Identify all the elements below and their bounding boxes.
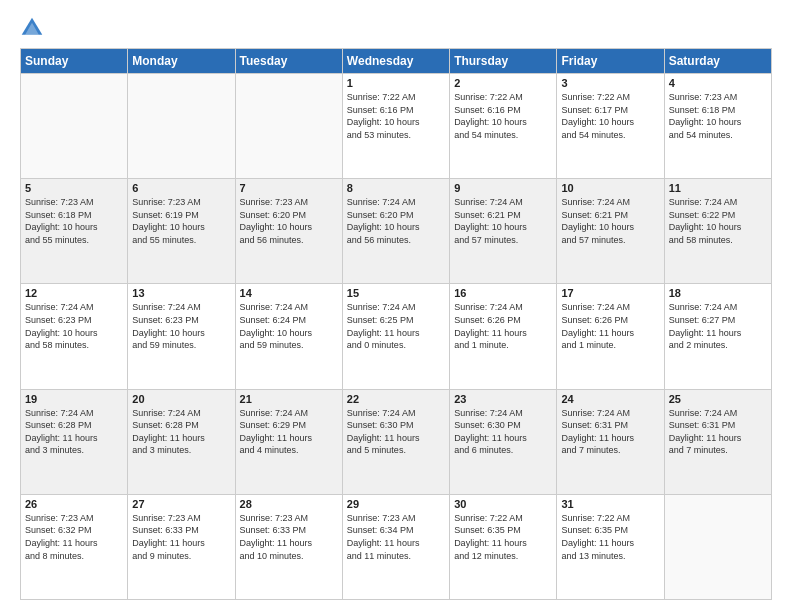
table-row: 30Sunrise: 7:22 AM Sunset: 6:35 PM Dayli… — [450, 494, 557, 599]
day-info: Sunrise: 7:24 AM Sunset: 6:20 PM Dayligh… — [347, 196, 445, 246]
day-number: 19 — [25, 393, 123, 405]
table-row: 28Sunrise: 7:23 AM Sunset: 6:33 PM Dayli… — [235, 494, 342, 599]
table-row: 26Sunrise: 7:23 AM Sunset: 6:32 PM Dayli… — [21, 494, 128, 599]
weekday-header-monday: Monday — [128, 49, 235, 74]
weekday-header-saturday: Saturday — [664, 49, 771, 74]
table-row: 23Sunrise: 7:24 AM Sunset: 6:30 PM Dayli… — [450, 389, 557, 494]
table-row: 7Sunrise: 7:23 AM Sunset: 6:20 PM Daylig… — [235, 179, 342, 284]
table-row: 21Sunrise: 7:24 AM Sunset: 6:29 PM Dayli… — [235, 389, 342, 494]
table-row: 2Sunrise: 7:22 AM Sunset: 6:16 PM Daylig… — [450, 74, 557, 179]
day-number: 31 — [561, 498, 659, 510]
weekday-header-wednesday: Wednesday — [342, 49, 449, 74]
logo-icon — [20, 16, 44, 40]
table-row: 29Sunrise: 7:23 AM Sunset: 6:34 PM Dayli… — [342, 494, 449, 599]
table-row — [235, 74, 342, 179]
day-info: Sunrise: 7:23 AM Sunset: 6:20 PM Dayligh… — [240, 196, 338, 246]
day-number: 23 — [454, 393, 552, 405]
day-info: Sunrise: 7:22 AM Sunset: 6:16 PM Dayligh… — [454, 91, 552, 141]
day-number: 14 — [240, 287, 338, 299]
day-info: Sunrise: 7:24 AM Sunset: 6:28 PM Dayligh… — [132, 407, 230, 457]
table-row: 25Sunrise: 7:24 AM Sunset: 6:31 PM Dayli… — [664, 389, 771, 494]
header — [20, 16, 772, 40]
day-info: Sunrise: 7:22 AM Sunset: 6:35 PM Dayligh… — [561, 512, 659, 562]
page: SundayMondayTuesdayWednesdayThursdayFrid… — [0, 0, 792, 612]
table-row: 22Sunrise: 7:24 AM Sunset: 6:30 PM Dayli… — [342, 389, 449, 494]
day-info: Sunrise: 7:24 AM Sunset: 6:21 PM Dayligh… — [454, 196, 552, 246]
day-number: 7 — [240, 182, 338, 194]
calendar: SundayMondayTuesdayWednesdayThursdayFrid… — [20, 48, 772, 600]
day-number: 26 — [25, 498, 123, 510]
day-info: Sunrise: 7:23 AM Sunset: 6:32 PM Dayligh… — [25, 512, 123, 562]
day-number: 24 — [561, 393, 659, 405]
day-info: Sunrise: 7:24 AM Sunset: 6:27 PM Dayligh… — [669, 301, 767, 351]
weekday-header-thursday: Thursday — [450, 49, 557, 74]
table-row — [128, 74, 235, 179]
day-info: Sunrise: 7:22 AM Sunset: 6:17 PM Dayligh… — [561, 91, 659, 141]
table-row: 15Sunrise: 7:24 AM Sunset: 6:25 PM Dayli… — [342, 284, 449, 389]
table-row: 24Sunrise: 7:24 AM Sunset: 6:31 PM Dayli… — [557, 389, 664, 494]
day-info: Sunrise: 7:23 AM Sunset: 6:33 PM Dayligh… — [132, 512, 230, 562]
calendar-week-row: 5Sunrise: 7:23 AM Sunset: 6:18 PM Daylig… — [21, 179, 772, 284]
day-number: 1 — [347, 77, 445, 89]
day-number: 29 — [347, 498, 445, 510]
day-info: Sunrise: 7:24 AM Sunset: 6:26 PM Dayligh… — [454, 301, 552, 351]
table-row: 5Sunrise: 7:23 AM Sunset: 6:18 PM Daylig… — [21, 179, 128, 284]
calendar-week-row: 26Sunrise: 7:23 AM Sunset: 6:32 PM Dayli… — [21, 494, 772, 599]
day-number: 13 — [132, 287, 230, 299]
day-info: Sunrise: 7:24 AM Sunset: 6:23 PM Dayligh… — [132, 301, 230, 351]
day-number: 30 — [454, 498, 552, 510]
day-info: Sunrise: 7:24 AM Sunset: 6:24 PM Dayligh… — [240, 301, 338, 351]
table-row: 1Sunrise: 7:22 AM Sunset: 6:16 PM Daylig… — [342, 74, 449, 179]
day-number: 15 — [347, 287, 445, 299]
table-row: 9Sunrise: 7:24 AM Sunset: 6:21 PM Daylig… — [450, 179, 557, 284]
table-row: 16Sunrise: 7:24 AM Sunset: 6:26 PM Dayli… — [450, 284, 557, 389]
day-info: Sunrise: 7:22 AM Sunset: 6:16 PM Dayligh… — [347, 91, 445, 141]
day-info: Sunrise: 7:23 AM Sunset: 6:19 PM Dayligh… — [132, 196, 230, 246]
day-info: Sunrise: 7:24 AM Sunset: 6:28 PM Dayligh… — [25, 407, 123, 457]
day-number: 20 — [132, 393, 230, 405]
table-row: 31Sunrise: 7:22 AM Sunset: 6:35 PM Dayli… — [557, 494, 664, 599]
day-info: Sunrise: 7:24 AM Sunset: 6:22 PM Dayligh… — [669, 196, 767, 246]
day-number: 9 — [454, 182, 552, 194]
table-row: 17Sunrise: 7:24 AM Sunset: 6:26 PM Dayli… — [557, 284, 664, 389]
table-row: 6Sunrise: 7:23 AM Sunset: 6:19 PM Daylig… — [128, 179, 235, 284]
day-info: Sunrise: 7:24 AM Sunset: 6:29 PM Dayligh… — [240, 407, 338, 457]
calendar-week-row: 1Sunrise: 7:22 AM Sunset: 6:16 PM Daylig… — [21, 74, 772, 179]
day-number: 12 — [25, 287, 123, 299]
day-info: Sunrise: 7:23 AM Sunset: 6:34 PM Dayligh… — [347, 512, 445, 562]
table-row: 3Sunrise: 7:22 AM Sunset: 6:17 PM Daylig… — [557, 74, 664, 179]
table-row: 13Sunrise: 7:24 AM Sunset: 6:23 PM Dayli… — [128, 284, 235, 389]
day-number: 8 — [347, 182, 445, 194]
table-row: 8Sunrise: 7:24 AM Sunset: 6:20 PM Daylig… — [342, 179, 449, 284]
day-number: 17 — [561, 287, 659, 299]
table-row: 4Sunrise: 7:23 AM Sunset: 6:18 PM Daylig… — [664, 74, 771, 179]
day-number: 22 — [347, 393, 445, 405]
day-info: Sunrise: 7:24 AM Sunset: 6:31 PM Dayligh… — [669, 407, 767, 457]
weekday-header-sunday: Sunday — [21, 49, 128, 74]
day-info: Sunrise: 7:23 AM Sunset: 6:18 PM Dayligh… — [669, 91, 767, 141]
table-row: 27Sunrise: 7:23 AM Sunset: 6:33 PM Dayli… — [128, 494, 235, 599]
calendar-week-row: 12Sunrise: 7:24 AM Sunset: 6:23 PM Dayli… — [21, 284, 772, 389]
day-number: 21 — [240, 393, 338, 405]
weekday-header-friday: Friday — [557, 49, 664, 74]
day-info: Sunrise: 7:24 AM Sunset: 6:31 PM Dayligh… — [561, 407, 659, 457]
weekday-header-tuesday: Tuesday — [235, 49, 342, 74]
day-info: Sunrise: 7:24 AM Sunset: 6:26 PM Dayligh… — [561, 301, 659, 351]
day-number: 4 — [669, 77, 767, 89]
day-number: 10 — [561, 182, 659, 194]
day-info: Sunrise: 7:24 AM Sunset: 6:23 PM Dayligh… — [25, 301, 123, 351]
day-number: 28 — [240, 498, 338, 510]
table-row: 10Sunrise: 7:24 AM Sunset: 6:21 PM Dayli… — [557, 179, 664, 284]
day-number: 5 — [25, 182, 123, 194]
table-row: 12Sunrise: 7:24 AM Sunset: 6:23 PM Dayli… — [21, 284, 128, 389]
day-number: 6 — [132, 182, 230, 194]
day-info: Sunrise: 7:24 AM Sunset: 6:25 PM Dayligh… — [347, 301, 445, 351]
logo — [20, 16, 48, 40]
day-number: 11 — [669, 182, 767, 194]
table-row: 19Sunrise: 7:24 AM Sunset: 6:28 PM Dayli… — [21, 389, 128, 494]
day-number: 18 — [669, 287, 767, 299]
day-info: Sunrise: 7:24 AM Sunset: 6:30 PM Dayligh… — [347, 407, 445, 457]
table-row: 14Sunrise: 7:24 AM Sunset: 6:24 PM Dayli… — [235, 284, 342, 389]
day-number: 3 — [561, 77, 659, 89]
day-info: Sunrise: 7:23 AM Sunset: 6:33 PM Dayligh… — [240, 512, 338, 562]
